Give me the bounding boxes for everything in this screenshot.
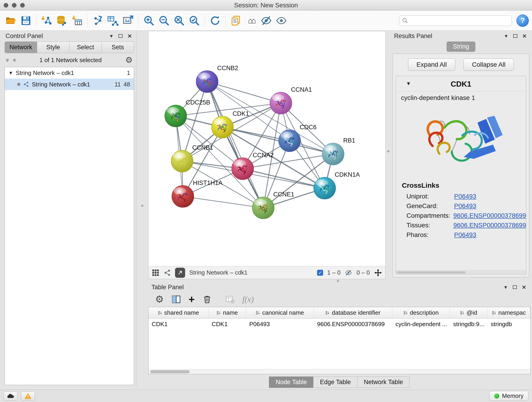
add-column-plus-icon[interactable]: + — [189, 294, 195, 305]
tab-network[interactable]: Network — [5, 41, 37, 53]
network-edge[interactable] — [207, 82, 263, 208]
zoom-selected-button[interactable] — [187, 13, 202, 28]
detach-view-button[interactable] — [175, 268, 185, 278]
tissues-link[interactable]: 9606.ENSP00000378699 — [453, 222, 526, 229]
tree-expand-caret-icon[interactable]: ▼ — [8, 70, 13, 76]
tab-string[interactable]: String — [447, 41, 476, 52]
network-options-gear-icon[interactable]: ⚙ — [125, 56, 133, 64]
hidden-eye-slash-icon[interactable] — [345, 269, 352, 276]
network-collection-row[interactable]: ▼ String Network – cdk1 1 — [5, 67, 134, 79]
tab-network-table[interactable]: Network Table — [357, 376, 410, 388]
table-horizontal-scrollbar[interactable] — [148, 369, 530, 374]
zoom-fit-button[interactable] — [172, 13, 187, 28]
column-header[interactable]: namespac — [488, 307, 530, 319]
network-edge[interactable] — [222, 127, 333, 154]
refresh-button[interactable] — [208, 13, 223, 28]
network-share-view-icon[interactable] — [164, 269, 171, 276]
network-node-CCNA2[interactable] — [232, 158, 254, 180]
table-settings-gear-icon[interactable]: ⚙ — [155, 294, 164, 304]
home-button[interactable]: ⌂⌂ — [244, 13, 259, 28]
tab-select[interactable]: Select — [70, 41, 102, 53]
network-node-HIST1H1A[interactable] — [172, 185, 194, 207]
tab-style[interactable]: Style — [37, 41, 70, 53]
cell-name[interactable]: CDK1 — [209, 319, 246, 330]
import-database-button[interactable] — [54, 13, 70, 28]
copy-button[interactable] — [228, 13, 244, 28]
scrollbar-thumb[interactable] — [150, 370, 190, 373]
scrollbar-thumb[interactable] — [397, 271, 466, 274]
network-node-CCNB1[interactable] — [171, 150, 193, 172]
collapse-all-tree-icon[interactable]: » — [11, 58, 18, 62]
network-edge[interactable] — [207, 82, 281, 103]
panel-menu-icon[interactable]: ▾ — [503, 33, 510, 39]
table-row[interactable]: CDK1 CDK1 P06493 9606.ENSP00000378699 cy… — [148, 319, 530, 330]
save-session-button[interactable] — [18, 13, 33, 28]
vertical-splitter-handle[interactable] — [387, 150, 389, 153]
zoom-out-button[interactable] — [157, 13, 172, 28]
horizontal-splitter-handle[interactable] — [337, 280, 339, 282]
network-table-button[interactable] — [105, 13, 120, 28]
column-header[interactable]: database identifier — [314, 307, 392, 319]
vertical-splitter-handle[interactable] — [141, 205, 143, 207]
show-columns-icon[interactable] — [172, 295, 181, 304]
network-node-RB1[interactable] — [322, 143, 344, 165]
network-node-CCNE1[interactable] — [252, 197, 274, 219]
show-graphics-details-button[interactable] — [274, 13, 289, 28]
panel-menu-icon[interactable]: ▾ — [108, 33, 115, 39]
results-horizontal-scrollbar[interactable] — [396, 270, 526, 274]
hide-graphics-details-button[interactable] — [259, 13, 274, 28]
cell-canonical-name[interactable]: P06493 — [246, 319, 314, 330]
memory-button[interactable]: Memory — [489, 391, 528, 401]
network-node-CDC6[interactable] — [279, 130, 301, 152]
gene-section-header[interactable]: ▼ CDK1 — [396, 76, 526, 91]
tab-node-table[interactable]: Node Table — [269, 376, 313, 388]
collapse-section-caret-icon[interactable]: ▼ — [406, 81, 411, 87]
pharos-link[interactable]: P06493 — [454, 231, 476, 239]
open-session-button[interactable] — [3, 13, 18, 28]
cloud-button[interactable] — [4, 391, 17, 401]
import-table-button[interactable] — [70, 13, 85, 28]
column-header[interactable]: name — [209, 307, 246, 319]
import-network-button[interactable] — [39, 13, 54, 28]
expand-all-button[interactable]: Expand All — [408, 58, 455, 71]
genecard-link[interactable]: P06493 — [454, 202, 476, 210]
panel-float-icon[interactable] — [117, 34, 124, 38]
collapse-all-button[interactable]: Collapse All — [463, 58, 514, 71]
panel-menu-icon[interactable]: ▾ — [502, 284, 509, 290]
column-header[interactable]: @id — [450, 307, 488, 319]
column-header[interactable]: shared name — [148, 307, 209, 319]
cell-shared-name[interactable]: CDK1 — [148, 319, 209, 330]
network-node-CCNB2[interactable] — [196, 70, 218, 93]
panel-close-icon[interactable]: × — [520, 284, 527, 291]
panel-float-icon[interactable] — [511, 285, 518, 289]
export-image-button[interactable] — [120, 13, 136, 28]
cell-namespace[interactable]: stringdb — [488, 319, 530, 330]
network-canvas[interactable]: CCNB2CCNA1CDC25BCDK1CDC6RB1CCNB1CCNA2CDK… — [148, 31, 385, 266]
search-input[interactable] — [410, 17, 509, 24]
uniprot-link[interactable]: P06493 — [454, 193, 476, 200]
network-node-CDC25B[interactable] — [165, 105, 187, 127]
tab-sets[interactable]: Sets — [102, 41, 134, 53]
network-row[interactable]: String Network – cdk1 11 48 — [5, 79, 134, 90]
cell-id[interactable]: stringdb:9... — [450, 319, 488, 330]
expand-all-tree-icon[interactable]: » — [4, 58, 11, 62]
column-header[interactable]: canonical name — [246, 307, 314, 319]
network-edge[interactable] — [183, 196, 263, 208]
birds-eye-crosshair-icon[interactable] — [374, 269, 382, 277]
column-header[interactable]: description — [392, 307, 450, 319]
network-node-CCNA1[interactable] — [270, 92, 292, 114]
panel-float-icon[interactable] — [512, 34, 519, 38]
grid-view-icon[interactable] — [152, 269, 159, 277]
network-node-CDK1[interactable] — [211, 116, 234, 138]
delete-column-trash-icon[interactable] — [203, 295, 212, 304]
cell-description[interactable]: cyclin-dependent ... — [392, 319, 450, 330]
network-node-CDKN1A[interactable] — [314, 177, 336, 199]
selection-checkbox-icon[interactable]: ✓ — [317, 270, 323, 276]
panel-close-icon[interactable]: × — [521, 32, 528, 39]
warnings-button[interactable] — [21, 391, 35, 401]
cell-database-identifier[interactable]: 9606.ENSP00000378699 — [314, 319, 392, 330]
network-arrows-button[interactable] — [90, 13, 105, 28]
tab-edge-table[interactable]: Edge Table — [313, 376, 357, 388]
compartments-link[interactable]: 9606.ENSP00000378699 — [453, 212, 526, 219]
panel-close-icon[interactable]: × — [126, 32, 133, 39]
